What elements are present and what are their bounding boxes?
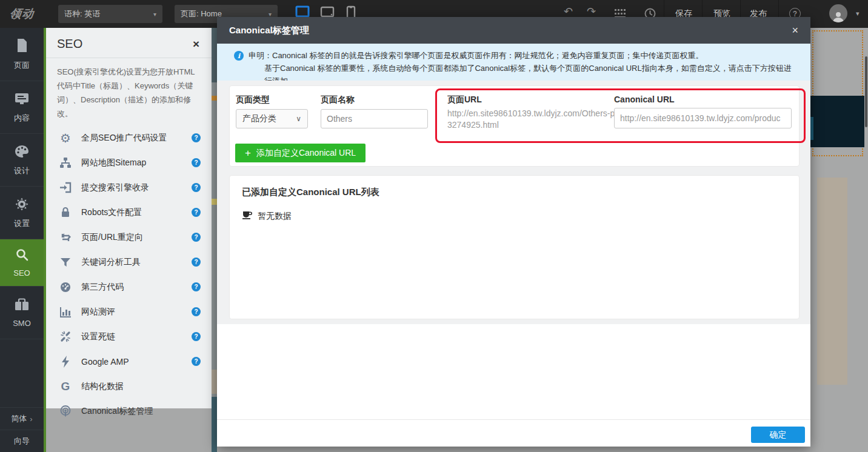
add-canonical-button-label: 添加自定义Canonical URL: [256, 148, 356, 159]
help-icon[interactable]: ?: [192, 282, 201, 291]
editor-banner-tab: [810, 117, 813, 140]
empty-text: 暂无数据: [258, 211, 292, 222]
account-chevron-down-icon[interactable]: ▾: [856, 10, 860, 18]
canonical-modal: Canonical标签管理 × i 申明：Canonical 标签的目的就是告诉…: [217, 17, 810, 447]
seo-menu-item-structured-data[interactable]: G 结构化数据: [46, 374, 212, 399]
seo-menu-item-google-amp[interactable]: Google AMP ?: [46, 349, 212, 374]
modal-header: Canonical标签管理 ×: [217, 17, 810, 44]
language-dropdown[interactable]: 语种: 英语 ▾: [58, 5, 162, 23]
bar-chart-icon: [57, 307, 74, 317]
sliver-segment: [212, 28, 217, 82]
undo-icon[interactable]: ↶: [564, 6, 573, 17]
gears-icon: ⚙: [57, 132, 74, 144]
chevron-down-icon: ▾: [153, 11, 156, 18]
sidebar-item-label: 设计: [14, 165, 30, 176]
seo-menu-item-sitemap[interactable]: 网站地图Sitemap ?: [46, 150, 212, 175]
chevron-right-icon: ›: [30, 414, 32, 424]
main-sidebar: 页面 内容 设计 设置 SEO SMO 简体 › 向导: [0, 28, 44, 452]
seo-menu-item-canonical[interactable]: Canonical标签管理: [46, 399, 212, 424]
sliver-segment: [212, 370, 217, 394]
active-panel-indicator: [44, 28, 46, 452]
wizard-label: 向导: [14, 436, 30, 447]
page-type-label: 页面类型: [236, 95, 270, 105]
help-icon[interactable]: ?: [192, 183, 201, 192]
sidebar-item-design[interactable]: 设计: [0, 134, 44, 187]
seo-menu-item-global-code[interactable]: ⚙ 全局SEO推广代码设置 ?: [46, 125, 212, 150]
language-dropdown-label: 语种: 英语: [64, 8, 100, 19]
help-icon[interactable]: ?: [192, 258, 201, 267]
filter-icon: [57, 257, 74, 268]
seo-menu-item-redirect[interactable]: 页面/URL重定向 ?: [46, 225, 212, 250]
confirm-button[interactable]: 确定: [751, 427, 805, 443]
canonical-list-card: 已添加自定义Canonical URL列表 暂无数据: [229, 175, 800, 319]
modal-footer: 确定: [217, 324, 810, 447]
seo-menu-item-keyword-tool[interactable]: 关键词分析工具 ?: [46, 250, 212, 274]
notice-banner: i 申明：Canonical 标签的目的就是告诉搜索引擎哪个页面是权威页面作用有…: [217, 44, 810, 81]
help-icon[interactable]: ?: [192, 357, 201, 366]
scrollbar-thumb[interactable]: [865, 56, 867, 127]
brand-logo: 领动: [0, 0, 45, 28]
sliver-segment: [212, 397, 217, 452]
sliver-segment: [212, 199, 217, 205]
canonical-url-label: Canonical URL: [614, 95, 675, 104]
locale-switch[interactable]: 简体 ›: [0, 407, 44, 430]
close-icon[interactable]: ×: [193, 39, 199, 49]
page-url-label: 页面URL: [447, 95, 482, 105]
canonical-url-input[interactable]: [614, 108, 792, 128]
help-icon[interactable]: ?: [192, 233, 201, 242]
close-icon[interactable]: ×: [792, 24, 798, 37]
editor-content-block: [817, 178, 847, 385]
empty-state: 暂无数据: [242, 210, 787, 222]
seo-menu-item-robots[interactable]: Robots文件配置 ?: [46, 200, 212, 225]
canonical-list-title: 已添加自定义Canonical URL列表: [242, 187, 787, 198]
redirect-icon: [57, 232, 74, 243]
lightning-icon: [57, 356, 74, 368]
chevron-down-icon: ▾: [269, 11, 272, 18]
sidebar-item-settings[interactable]: 设置: [0, 187, 44, 239]
sidebar-item-seo[interactable]: SEO: [0, 239, 44, 287]
page-name-input[interactable]: [321, 109, 428, 128]
sidebar-item-pages[interactable]: 页面: [0, 28, 44, 81]
palette-icon: [14, 144, 30, 161]
page-icon: [15, 38, 29, 56]
content-icon: [14, 91, 30, 108]
gear-icon: [15, 197, 29, 214]
sign-in-icon: [57, 182, 74, 193]
editor-banner-block: [810, 96, 864, 147]
dashboard-icon: [57, 282, 74, 293]
page-dropdown-label: 页面: Home: [181, 8, 222, 19]
modal-title: Canonical标签管理: [229, 25, 309, 36]
sidebar-item-label: 内容: [14, 113, 30, 124]
help-icon[interactable]: ?: [192, 133, 201, 142]
notice-line-1: 申明：Canonical 标签的目的就是告诉搜索引擎哪个页面是权威页面作用有：网…: [249, 49, 798, 62]
google-g-icon: G: [57, 381, 74, 392]
seo-menu-item-dead-links[interactable]: 设置死链 ?: [46, 324, 212, 349]
info-icon: i: [234, 51, 244, 61]
lock-icon: [57, 207, 74, 218]
add-canonical-button[interactable]: + 添加自定义Canonical URL: [235, 144, 366, 162]
seo-menu-item-third-party-code[interactable]: 第三方代码 ?: [46, 274, 212, 299]
page-type-select[interactable]: 产品分类 ∨: [236, 109, 308, 128]
plus-icon: +: [245, 147, 251, 159]
redo-icon[interactable]: ↷: [587, 6, 596, 17]
help-icon[interactable]: ?: [192, 307, 201, 316]
wizard-button[interactable]: 向导: [0, 430, 44, 452]
help-icon[interactable]: ?: [192, 158, 201, 167]
seo-menu: ⚙ 全局SEO推广代码设置 ? 网站地图Sitemap ? 提交搜索引擎收录 ?: [46, 123, 212, 424]
chevron-down-icon: ∨: [296, 115, 301, 123]
seo-menu-item-site-review[interactable]: 网站测评 ?: [46, 299, 212, 324]
search-icon: [15, 248, 29, 264]
podcast-icon: [57, 405, 74, 417]
avatar[interactable]: [829, 4, 847, 22]
help-icon[interactable]: ?: [192, 208, 201, 217]
seo-menu-item-submit-search[interactable]: 提交搜索引擎收录 ?: [46, 175, 212, 200]
help-icon[interactable]: ?: [192, 332, 201, 341]
seo-panel: SEO × SEO(搜索引擎优化)设置为您开放HTML代码中Title（标题）、…: [46, 28, 212, 408]
sidebar-item-label: 页面: [14, 60, 30, 71]
sliver-segment: [212, 96, 217, 101]
page-type-value: 产品分类: [242, 113, 276, 124]
sidebar-item-label: 设置: [14, 218, 30, 229]
sidebar-item-content[interactable]: 内容: [0, 81, 44, 134]
sidebar-item-smo[interactable]: SMO: [0, 287, 44, 339]
editor-canvas-sliver: [212, 28, 217, 452]
